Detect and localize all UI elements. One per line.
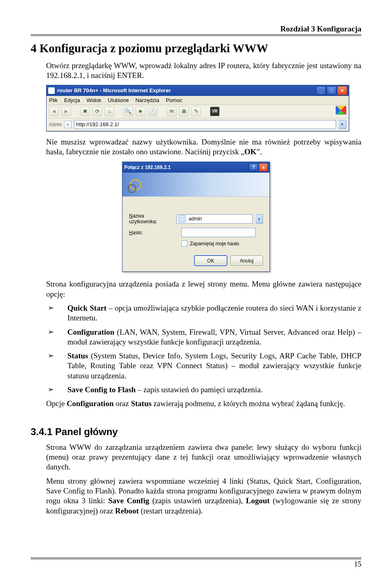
auth-dialog: Połącz z 192.168.2.1 ? × NNazwa użytkown… xyxy=(122,162,270,272)
text: Opcje xyxy=(46,399,67,408)
password-input[interactable] xyxy=(181,228,256,237)
home-button[interactable]: ⌂ xyxy=(105,107,114,116)
refresh-button[interactable]: ⟳ xyxy=(92,107,102,116)
after-dialog-paragraph: Strona konfiguracyjna urządzenia posiada… xyxy=(46,279,361,299)
history-icon[interactable]: 🕘 xyxy=(148,107,158,116)
browser-addressbar: Adres e http://192.168.2.1/ ▾ xyxy=(47,118,349,131)
browser-toolbar: ◄ ► ✖ ⟳ ⌂ 🔍 ★ 🕘 ✉ 🖶 ✎ VR xyxy=(47,105,349,118)
address-input[interactable]: http://192.168.2.1/ xyxy=(74,120,336,129)
cancel-button[interactable]: Anuluj xyxy=(230,256,263,266)
bullet-arrow-icon: ➢ xyxy=(46,303,67,323)
browser-titlebar: router BR 704n+ - Microsoft Internet Exp… xyxy=(47,85,349,96)
text: zawierają podmenu, z których można wybra… xyxy=(151,399,345,408)
remember-row[interactable]: Zapamiętaj moje hasło xyxy=(181,240,263,247)
address-dropdown[interactable]: ▾ xyxy=(339,120,346,129)
text-bold: Reboot xyxy=(115,507,139,515)
menu-fav[interactable]: Ulubione xyxy=(108,97,129,103)
password-field[interactable] xyxy=(183,229,254,236)
text-bold: Logout xyxy=(246,496,270,505)
bullet-bold: Status xyxy=(67,351,88,360)
minimize-button[interactable]: _ xyxy=(316,86,326,95)
chapter-header: Rozdział 3 Konfiguracja xyxy=(31,24,361,36)
panel-para-2: Menu strony głównej zawiera wspomniane w… xyxy=(46,476,361,516)
text: (restart urządzenia). xyxy=(139,507,203,515)
address-url: http://192.168.2.1/ xyxy=(76,121,119,127)
list-item: ➢ Status (System Status, Device Info, Sy… xyxy=(46,351,361,381)
browser-window: router BR 704n+ - Microsoft Internet Exp… xyxy=(46,85,349,131)
password-label: Hasło: xyxy=(129,230,178,236)
keys-icon xyxy=(127,178,141,191)
list-item: ➢ Configuration (LAN, WAN, System, Firew… xyxy=(46,327,361,347)
username-row: NNazwa użytkownika:azwa użytkownika: ▾ xyxy=(129,213,263,224)
back-button[interactable]: ◄ xyxy=(49,107,59,116)
bullet-bold: Configuration xyxy=(67,328,114,336)
username-dropdown[interactable]: ▾ xyxy=(256,214,263,224)
menu-tools[interactable]: Narzędzia xyxy=(135,97,159,103)
browser-menubar: Plik Edycja Widok Ulubione Narzędzia Pom… xyxy=(47,96,349,105)
options-note: Opcje Configuration oraz Status zawieraj… xyxy=(46,399,361,409)
text-bold: Save Config xyxy=(108,496,149,505)
bullet-arrow-icon: ➢ xyxy=(46,327,67,347)
forward-button[interactable]: ► xyxy=(61,107,71,116)
bullet-text: – opcja umożliwiająca szybkie podłączeni… xyxy=(67,304,361,322)
text: Nie muszisz wprowadzać nazwy użytkownika… xyxy=(46,138,361,156)
page-title: 4 Konfiguracja z poziomu przeglądarki WW… xyxy=(31,42,361,55)
text: oraz xyxy=(114,399,131,408)
menu-help[interactable]: Pomoc xyxy=(166,97,182,103)
encoding-icon[interactable]: VR xyxy=(210,107,220,116)
print-icon[interactable]: 🖶 xyxy=(179,107,189,116)
ie-icon xyxy=(48,87,55,94)
edit-icon[interactable]: ✎ xyxy=(191,107,201,116)
stop-button[interactable]: ✖ xyxy=(80,107,90,116)
bullet-text: (System Status, Device Info, System Logs… xyxy=(67,351,361,380)
remember-label: Zapamiętaj moje hasło xyxy=(190,241,239,247)
close-button[interactable]: × xyxy=(337,86,347,95)
auth-close-button[interactable]: × xyxy=(259,163,268,171)
after-browser-paragraph: Nie muszisz wprowadzać nazwy użytkownika… xyxy=(46,137,361,157)
list-item: ➢ Save Config to Flash – zapis ustawień … xyxy=(46,385,361,395)
bullet-bold: Quick Start xyxy=(67,304,107,312)
menu-edit[interactable]: Edycja xyxy=(64,97,80,103)
username-field[interactable] xyxy=(188,216,251,222)
bullet-bold: Save Config to Flash xyxy=(67,385,136,394)
text-bold: Configuration xyxy=(67,399,114,408)
address-label: Adres xyxy=(49,122,62,127)
text: (zapis ustawień urządzenia), xyxy=(149,496,246,505)
bullet-list: ➢ Quick Start – opcja umożliwiająca szyb… xyxy=(46,303,361,395)
auth-title-text: Połącz z 192.168.2.1 xyxy=(124,164,171,170)
menu-file[interactable]: Plik xyxy=(49,97,58,103)
page-footer: 15 xyxy=(31,558,361,569)
text: ”. xyxy=(256,147,262,156)
favorites-icon[interactable]: ★ xyxy=(136,107,145,116)
maximize-button[interactable]: □ xyxy=(327,86,336,95)
page-number: 15 xyxy=(354,560,361,568)
mail-icon[interactable]: ✉ xyxy=(167,107,176,116)
browser-window-title: router BR 704n+ - Microsoft Internet Exp… xyxy=(57,87,171,93)
auth-banner xyxy=(122,173,270,197)
panel-para-1: Strona WWW do zarządzania urządzeniem za… xyxy=(46,442,361,472)
bullet-arrow-icon: ➢ xyxy=(46,351,67,381)
auth-titlebar: Połącz z 192.168.2.1 ? × xyxy=(122,162,270,173)
ok-button[interactable]: OK xyxy=(194,256,227,266)
bullet-text: – zapis ustawień do pamięci urządzenia. xyxy=(136,385,263,394)
search-icon[interactable]: 🔍 xyxy=(123,107,133,116)
subheading: 3.4.1 Panel główny xyxy=(31,426,361,438)
text-bold: Status xyxy=(131,399,151,408)
password-row: Hasło: xyxy=(129,228,263,237)
windows-logo-icon xyxy=(336,106,346,115)
remember-checkbox[interactable] xyxy=(181,240,187,247)
intro-paragraph: Otwórz przeglądarkę WWW, wprowadź lokaln… xyxy=(46,61,361,81)
page-icon: e xyxy=(64,121,71,128)
menu-view[interactable]: Widok xyxy=(87,97,101,103)
username-label: NNazwa użytkownika:azwa użytkownika: xyxy=(129,213,173,224)
username-input[interactable] xyxy=(176,214,253,224)
help-button[interactable]: ? xyxy=(249,163,258,171)
user-icon xyxy=(178,215,186,222)
bullet-arrow-icon: ➢ xyxy=(46,385,67,395)
ok-strong: OK xyxy=(244,147,256,156)
list-item: ➢ Quick Start – opcja umożliwiająca szyb… xyxy=(46,303,361,323)
